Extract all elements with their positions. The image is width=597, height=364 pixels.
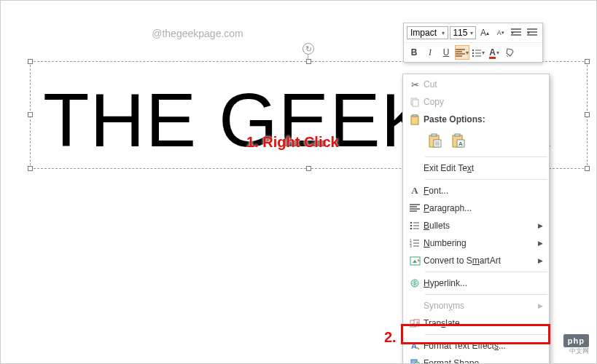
mini-toolbar: Impact▾ 115▾ A▴ A▾ B I U ▾ ▾ A▾ xyxy=(403,23,543,63)
align-button[interactable]: ▾ xyxy=(455,45,469,60)
menu-numbering[interactable]: 123 Numbering ▶ xyxy=(403,234,549,252)
resize-handle[interactable] xyxy=(28,59,33,64)
resize-handle[interactable] xyxy=(306,59,311,64)
svg-text:3: 3 xyxy=(410,244,412,248)
chevron-down-icon: ▾ xyxy=(466,50,469,56)
svg-text:A: A xyxy=(459,141,463,147)
svg-point-14 xyxy=(410,222,413,224)
menu-convert-smartart[interactable]: Convert to SmartArt ▶ xyxy=(403,252,549,269)
svg-point-2 xyxy=(472,55,474,56)
menu-copy[interactable]: Copy xyxy=(403,93,549,111)
bullets-button[interactable]: ▾ xyxy=(471,45,485,60)
annotation-highlight-box xyxy=(401,324,550,344)
paragraph-icon xyxy=(406,204,424,213)
menu-separator xyxy=(425,272,547,272)
italic-button[interactable]: I xyxy=(423,45,437,60)
chevron-down-icon: ▾ xyxy=(482,50,485,56)
font-size-dropdown[interactable]: 115▾ xyxy=(450,26,476,39)
menu-separator xyxy=(425,294,547,295)
chevron-down-icon: ▾ xyxy=(470,30,473,36)
chevron-down-icon: ▾ xyxy=(496,50,499,56)
menu-exit-edit-text[interactable]: Exit Edit Text xyxy=(403,159,549,177)
font-name-value: Impact xyxy=(410,28,437,38)
font-icon: A xyxy=(406,185,424,197)
php-watermark: php xyxy=(563,334,589,347)
annotation-right-click: 1. Right Click xyxy=(246,134,339,151)
resize-handle[interactable] xyxy=(585,112,590,117)
submenu-arrow-icon: ▶ xyxy=(538,302,543,309)
annotation-number-2: 2. xyxy=(384,329,397,346)
menu-format-shape[interactable]: Format Shape... xyxy=(403,355,549,364)
menu-synonyms[interactable]: Synonyms ▶ xyxy=(403,297,549,314)
menu-separator xyxy=(425,179,547,180)
svg-rect-8 xyxy=(432,134,437,136)
menu-paragraph[interactable]: Paragraph... xyxy=(403,199,549,217)
chevron-down-icon: ▾ xyxy=(442,30,445,36)
decrease-indent-button[interactable] xyxy=(510,25,524,40)
increase-indent-button[interactable] xyxy=(525,25,539,40)
paste-keep-source-button[interactable] xyxy=(425,130,445,151)
resize-handle[interactable] xyxy=(306,166,311,171)
cut-icon: ✂ xyxy=(406,79,424,90)
svg-point-15 xyxy=(410,225,413,227)
rotate-handle[interactable] xyxy=(303,43,314,55)
menu-paste-options-heading: Paste Options: xyxy=(403,111,549,128)
svg-rect-4 xyxy=(413,100,418,106)
menu-separator xyxy=(425,157,547,157)
numbering-icon: 123 xyxy=(406,239,424,248)
bold-button[interactable]: B xyxy=(407,45,421,60)
bullets-icon xyxy=(406,221,424,230)
paste-options-row: A xyxy=(403,128,549,154)
context-menu: ✂ Cut Copy Paste Options: A Exit Edit Te… xyxy=(402,74,550,364)
paste-keep-text-button[interactable]: A xyxy=(448,130,469,151)
copy-icon xyxy=(406,97,424,107)
font-size-value: 115 xyxy=(453,28,467,38)
submenu-arrow-icon: ▶ xyxy=(538,257,543,264)
svg-rect-5 xyxy=(411,116,418,124)
menu-cut[interactable]: ✂ Cut xyxy=(403,76,549,93)
smartart-icon xyxy=(406,256,424,266)
underline-button[interactable]: U xyxy=(439,45,453,60)
font-color-button[interactable]: A▾ xyxy=(487,45,502,60)
php-watermark-sub: 中文网 xyxy=(569,347,589,356)
resize-handle[interactable] xyxy=(28,166,33,171)
resize-handle[interactable] xyxy=(28,112,33,117)
svg-rect-6 xyxy=(413,114,417,116)
menu-hyperlink[interactable]: Hyperlink... xyxy=(403,274,549,292)
format-shape-icon xyxy=(406,358,424,364)
svg-point-1 xyxy=(472,52,474,53)
menu-font[interactable]: A Font... xyxy=(403,182,549,199)
svg-point-16 xyxy=(410,228,413,230)
resize-handle[interactable] xyxy=(585,166,590,171)
menu-bullets[interactable]: Bullets ▶ xyxy=(403,217,549,234)
svg-point-0 xyxy=(472,49,474,50)
font-name-dropdown[interactable]: Impact▾ xyxy=(407,26,448,39)
watermark-text: @thegeekpage.com xyxy=(1,28,394,39)
grow-font-button[interactable]: A▴ xyxy=(477,25,492,40)
shrink-font-button[interactable]: A▾ xyxy=(493,25,508,40)
svg-rect-11 xyxy=(455,134,460,136)
submenu-arrow-icon: ▶ xyxy=(538,222,543,229)
paste-icon xyxy=(406,114,424,125)
format-painter-button[interactable] xyxy=(503,45,518,60)
hyperlink-icon xyxy=(406,279,424,288)
submenu-arrow-icon: ▶ xyxy=(538,240,543,247)
resize-handle[interactable] xyxy=(585,59,590,64)
